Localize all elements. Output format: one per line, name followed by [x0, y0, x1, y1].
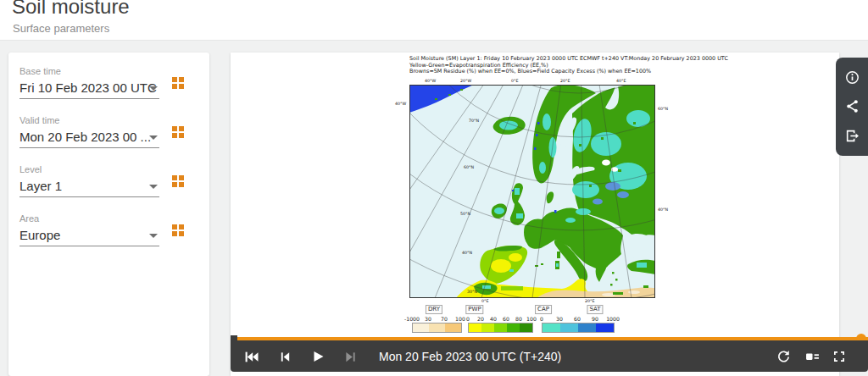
graticule-label: 40°N	[658, 207, 668, 212]
sidebar-field-area: AreaEurope	[19, 200, 198, 249]
graticule-label: 20°E	[585, 299, 595, 303]
current-frame-timestamp: Mon 20 Feb 2023 00 UTC (T+240)	[379, 350, 561, 363]
level-select[interactable]: Layer 1	[19, 177, 159, 197]
graticule-label: 30°N	[467, 290, 477, 294]
area-grid-view-button[interactable]	[172, 224, 186, 237]
graticule-label: 20°W	[460, 79, 471, 83]
share-button[interactable]	[843, 97, 861, 116]
loop-button[interactable]	[775, 348, 792, 365]
legend-color-segment	[507, 323, 520, 332]
first-frame-button[interactable]	[242, 348, 259, 365]
info-button[interactable]	[843, 68, 861, 86]
info-icon	[845, 70, 860, 85]
chevron-down-icon	[149, 86, 158, 91]
legend-colorbar	[542, 323, 615, 333]
valid-time-grid-view-button[interactable]	[172, 125, 186, 139]
grid-icon	[172, 224, 186, 236]
frames-list-icon	[805, 350, 820, 364]
valid-time-select[interactable]: Mon 20 Feb 2023 00 ...	[19, 128, 159, 148]
field-label: Area	[19, 213, 198, 224]
legend-color-segment	[560, 323, 578, 332]
legend-color-segment	[520, 323, 532, 332]
step-back-icon	[279, 351, 292, 363]
graticule-label: 60°N	[658, 107, 668, 111]
play-button[interactable]	[309, 348, 326, 365]
sidebar-field-base-time: Base timeFri 10 Feb 2023 00 UTC	[19, 53, 198, 102]
legend-color-segment	[469, 323, 481, 332]
soil-moisture-map: 40°W20°W0°E20°E40°E0°E20°E40°W60°N40°N70…	[409, 85, 655, 298]
legend-tick: 0	[540, 316, 543, 322]
next-frame-button[interactable]	[342, 348, 359, 365]
graticule-label: 70°N	[469, 119, 479, 123]
field-value: Layer 1	[19, 179, 62, 193]
sidebar-field-valid-time: Valid timeMon 20 Feb 2023 00 ...	[19, 102, 198, 151]
chevron-down-icon	[149, 135, 158, 140]
legend-color-segment	[542, 323, 560, 332]
legend-color-segment	[429, 323, 445, 332]
field-value: Mon 20 Feb 2023 00 ...	[19, 130, 151, 144]
graticule-label: 60°N	[464, 165, 474, 169]
field-value: Europe	[19, 228, 60, 242]
graticule-label: 40°W	[395, 102, 406, 106]
export-icon	[845, 129, 860, 143]
graticule-label: 40°N	[462, 251, 472, 255]
step-forward-icon	[344, 351, 357, 363]
graticule-label: 0°E	[511, 79, 518, 83]
legend-tick: 30	[556, 316, 563, 322]
legend-color-segment	[413, 323, 429, 332]
legend-tick: 20	[477, 316, 484, 322]
page-subtitle: Surface parameters	[13, 22, 109, 35]
share-icon	[845, 99, 860, 113]
previous-frame-button[interactable]	[276, 348, 293, 365]
fullscreen-button[interactable]	[831, 348, 848, 365]
legend-tick: 90	[592, 316, 598, 322]
legend-tick: 1000	[606, 316, 620, 322]
legend-tick: 60	[503, 316, 509, 322]
legend-tick: -1000	[404, 316, 420, 322]
loop-icon	[776, 350, 791, 364]
grid-icon	[172, 77, 186, 89]
legend-tick: 100	[455, 316, 465, 322]
graticule-label: 20°E	[560, 79, 570, 83]
chart-title-block: Soil Moisture (SM) Layer 1: Friday 10 Fe…	[409, 56, 868, 75]
base-time-select[interactable]: Fri 10 Feb 2023 00 UTC	[19, 79, 159, 99]
field-label: Base time	[19, 66, 198, 76]
legend-label-dry: DRY	[426, 305, 442, 314]
graticule-label: 40°W	[425, 79, 436, 83]
field-value: Fri 10 Feb 2023 00 UTC	[19, 80, 157, 95]
legend-color-segment	[445, 323, 461, 332]
legend-colorbar	[468, 323, 533, 333]
graticule-label: 50°N	[460, 212, 470, 216]
graticule-label: 40°E	[616, 79, 626, 83]
legend-color-segment	[578, 323, 596, 332]
legend-tick: 60	[574, 316, 581, 322]
sidebar-field-level: LevelLayer 1	[19, 151, 198, 200]
grid-icon	[172, 126, 186, 138]
legend-color-segment	[494, 323, 507, 332]
skip-first-icon	[244, 350, 259, 364]
chart-panel: Soil Moisture (SM) Layer 1: Friday 10 Fe…	[231, 53, 839, 376]
legend-tick: 80	[515, 316, 522, 322]
animation-player: Mon 20 Feb 2023 00 UTC (T+240)	[231, 337, 868, 373]
legend-label-pwp: PWP	[465, 305, 483, 314]
page-header: Soil moisture Surface parameters	[0, 0, 868, 41]
legend-color-segment	[596, 323, 614, 332]
graticule-label: 0°E	[481, 299, 488, 303]
legend-color-segment	[481, 323, 494, 332]
legend-label-sat: SAT	[587, 305, 603, 314]
legend-colorbar	[412, 323, 462, 333]
base-time-grid-view-button[interactable]	[172, 76, 186, 90]
parameters-sidebar: Base timeFri 10 Feb 2023 00 UTCValid tim…	[8, 53, 209, 376]
chart-title-line3: Browns=SM Residue (%) when EE=0%, Blues=…	[409, 69, 868, 75]
legend-tick: 40	[490, 316, 497, 322]
area-select[interactable]: Europe	[19, 226, 159, 246]
legend-label-cap: CAP	[535, 305, 552, 314]
frames-list-button[interactable]	[804, 348, 821, 365]
export-button[interactable]	[843, 127, 861, 146]
level-grid-view-button[interactable]	[172, 174, 186, 188]
legend-tick: 0	[466, 316, 470, 322]
grid-icon	[172, 175, 186, 187]
play-icon	[311, 350, 325, 363]
field-label: Valid time	[19, 115, 198, 125]
app-window: Soil moisture Surface parameters Base ti…	[0, 0, 868, 376]
